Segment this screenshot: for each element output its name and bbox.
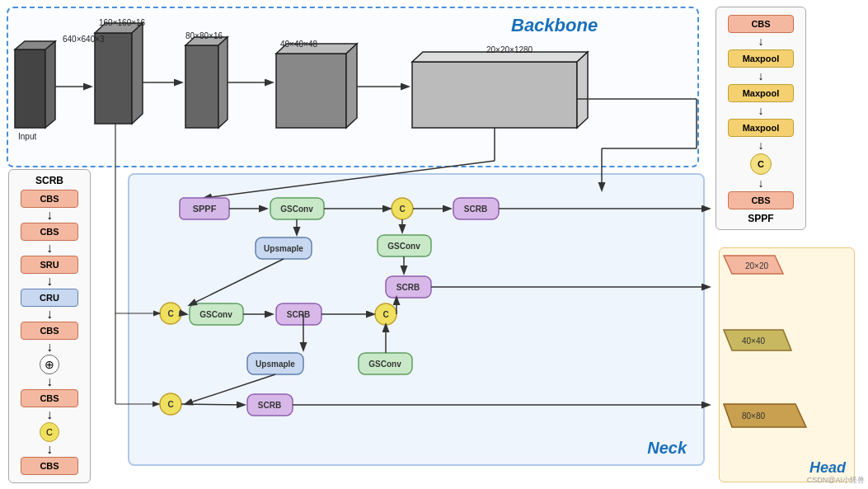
- arrow-down-7: ↓: [12, 410, 87, 420]
- sppf-maxpool-2: Maxpool: [728, 84, 794, 102]
- dim-160: 160×160×16: [99, 18, 145, 27]
- scrb-sru: SRU: [21, 256, 78, 274]
- sppf-sidebar: CBS ↓ Maxpool ↓ Maxpool ↓ Maxpool ↓ C ↓ …: [716, 7, 806, 230]
- scrb-sidebar-title: SCRB: [12, 175, 87, 186]
- sppf-maxpool-1: Maxpool: [728, 49, 794, 68]
- scrb-plus-icon: ⊕: [40, 355, 59, 374]
- head-region: Head: [719, 247, 855, 482]
- arrow-down-6: ↓: [12, 377, 87, 387]
- sppf-arrow-3: ↓: [720, 105, 802, 116]
- neck-region: Neck: [128, 173, 705, 466]
- dim-20-1280: 20×20×1280: [486, 45, 533, 54]
- watermark: CSDN@AI小怪兽: [807, 475, 865, 486]
- arrow-down-1: ↓: [12, 210, 87, 220]
- scrb-c-circle: C: [40, 422, 59, 442]
- input-label: Input: [18, 132, 36, 141]
- dim-80-16: 80×80×16: [185, 31, 223, 40]
- sppf-maxpool-3: Maxpool: [728, 119, 794, 137]
- scrb-cbs-4: CBS: [21, 389, 78, 407]
- sppf-arrow-1: ↓: [720, 35, 802, 47]
- scrb-sidebar: SCRB CBS ↓ CBS ↓ SRU ↓ CRU ↓ CBS ↓ ⊕ ↓ C…: [8, 169, 91, 483]
- sppf-arrow-5: ↓: [720, 177, 802, 189]
- arrow-down-8: ↓: [12, 444, 87, 454]
- scrb-cbs-5: CBS: [21, 457, 78, 475]
- head-label: Head: [809, 459, 846, 477]
- backbone-label: Backbone: [511, 15, 598, 36]
- sppf-arrow-4: ↓: [720, 139, 802, 151]
- dim-640: 640×640×3: [63, 35, 105, 44]
- scrb-cru: CRU: [21, 289, 78, 307]
- arrow-down-4: ↓: [12, 309, 87, 319]
- sppf-c-circle: C: [750, 153, 772, 175]
- sppf-cbs-2: CBS: [728, 191, 794, 209]
- scrb-cbs-1: CBS: [21, 190, 78, 208]
- dim-40-48: 40×40×48: [280, 40, 317, 49]
- arrow-down-3: ↓: [12, 276, 87, 286]
- arrow-down-2: ↓: [12, 243, 87, 253]
- sppf-label: SPPF: [720, 213, 802, 224]
- arrow-down-5: ↓: [12, 342, 87, 352]
- diagram-container: Backbone Neck Head SCRB CBS ↓ CBS ↓ SRU …: [0, 0, 868, 489]
- scrb-cbs-3: CBS: [21, 322, 78, 340]
- scrb-cbs-2: CBS: [21, 223, 78, 241]
- sppf-arrow-2: ↓: [720, 70, 802, 82]
- neck-label: Neck: [647, 439, 687, 458]
- sppf-cbs-1: CBS: [728, 15, 794, 33]
